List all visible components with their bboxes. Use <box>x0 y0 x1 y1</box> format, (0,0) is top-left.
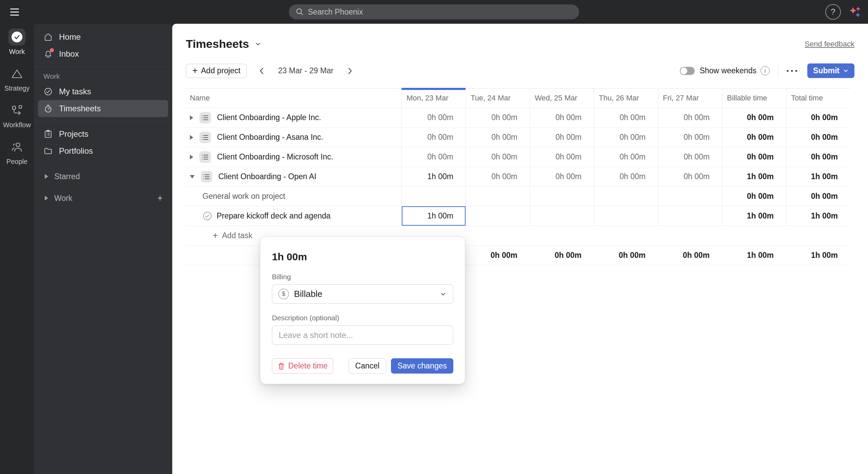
collapse-caret-icon[interactable] <box>190 175 195 178</box>
expand-caret-icon[interactable] <box>190 155 193 159</box>
time-cell-day-2[interactable]: 0h 00m <box>466 128 530 147</box>
row-label[interactable]: Client Onboarding - Apple Inc. <box>217 113 321 122</box>
rail-item-work[interactable]: Work <box>8 29 25 56</box>
help-button[interactable]: ? <box>825 4 841 20</box>
add-workspace-icon[interactable]: + <box>157 193 163 204</box>
column-header-total-time[interactable]: Total time <box>786 89 850 108</box>
previous-week-button[interactable] <box>256 64 268 78</box>
time-cell-day-5[interactable]: 0h 00m <box>658 108 722 127</box>
time-cell-day-5[interactable]: 0h 00m <box>658 167 722 186</box>
time-cell-day-5[interactable]: 0h 00m <box>658 128 722 147</box>
column-header-label: Tue, 24 Mar <box>471 94 511 102</box>
column-header-wed-25-mar[interactable]: Wed, 25 Mar <box>530 89 594 108</box>
trash-icon <box>278 362 285 370</box>
column-header-billable-time[interactable]: Billable time <box>722 89 786 108</box>
sidebar-item-projects[interactable]: Projects <box>34 126 172 143</box>
empty-cell <box>594 226 658 245</box>
time-cell-day-2[interactable]: 0h 00m <box>466 108 530 127</box>
row-label[interactable]: Client Onboarding - Open AI <box>218 172 316 181</box>
row-label[interactable]: Client Onboarding - Microsoft Inc. <box>217 152 333 162</box>
sidebar-item-timesheets[interactable]: Timesheets <box>38 100 168 117</box>
time-cell-day-2[interactable] <box>466 206 530 226</box>
time-cell-day-4[interactable] <box>594 206 658 226</box>
add-project-button[interactable]: + Add project <box>186 64 247 78</box>
hamburger-menu-icon[interactable] <box>10 6 20 18</box>
row-label[interactable]: Client Onboarding - Asana Inc. <box>217 133 323 142</box>
time-cell-day-5[interactable]: 0h 00m <box>658 147 722 167</box>
time-cell-day-3[interactable] <box>530 206 594 226</box>
total-time-cell: 0h 00m <box>786 187 850 206</box>
more-options-button[interactable]: ••• <box>786 67 799 75</box>
sidebar-item-portfolios[interactable]: Portfolios <box>34 143 172 159</box>
send-feedback-link[interactable]: Send feedback <box>805 40 854 49</box>
time-cell-day-5[interactable] <box>658 206 722 226</box>
sidebar-label-projects: Projects <box>59 129 88 139</box>
work-check-icon <box>12 32 22 42</box>
column-header-tue-24-mar[interactable]: Tue, 24 Mar <box>466 89 530 108</box>
column-header-fri-27-mar[interactable]: Fri, 27 Mar <box>658 89 722 108</box>
time-cell-day-1[interactable]: 0h 00m <box>401 128 466 147</box>
total-time-cell: 0h 00m <box>786 147 850 167</box>
sidebar-section-work: Work <box>34 72 172 80</box>
column-header-thu-26-mar[interactable]: Thu, 26 Mar <box>594 89 658 108</box>
ai-sparkles-icon[interactable] <box>848 4 863 19</box>
time-cell-day-1[interactable]: 0h 00m <box>401 147 466 167</box>
time-cell-day-3[interactable]: 0h 00m <box>530 128 594 147</box>
global-search-input[interactable]: Search Phoenix <box>289 4 579 19</box>
rail-item-workflow[interactable]: Workflow <box>3 102 31 129</box>
time-cell-day-1[interactable]: 1h 00m <box>401 167 466 186</box>
column-header-label: Total time <box>791 94 823 102</box>
info-icon[interactable]: i <box>761 66 770 75</box>
save-changes-button[interactable]: Save changes <box>391 358 453 374</box>
time-cell-day-4[interactable]: 0h 00m <box>594 167 658 186</box>
workflow-nodes-icon <box>11 105 23 116</box>
next-week-button[interactable] <box>344 64 356 78</box>
time-cell-day-1[interactable]: 0h 00m <box>401 108 466 127</box>
search-icon <box>296 8 304 16</box>
time-cell-day-4[interactable]: 0h 00m <box>594 128 658 147</box>
submit-button[interactable]: Submit <box>807 63 854 78</box>
time-cell-day-3[interactable]: 0h 00m <box>530 167 594 186</box>
sidebar-item-my-tasks[interactable]: My tasks <box>34 83 172 100</box>
sidebar-item-home[interactable]: Home <box>34 29 172 45</box>
title-chevron-down-icon[interactable] <box>254 40 262 48</box>
time-cell-day-3[interactable]: 0h 00m <box>530 108 594 127</box>
time-cell-day-2[interactable]: 0h 00m <box>466 167 530 186</box>
rail-label-strategy: Strategy <box>4 84 29 92</box>
expand-caret-icon[interactable] <box>190 135 193 140</box>
task-check-icon[interactable] <box>203 211 212 221</box>
time-cell-day-1[interactable]: 1h 00m <box>401 206 466 226</box>
time-cell-day-2[interactable] <box>466 187 530 206</box>
sidebar-group-starred[interactable]: Starred <box>34 168 172 185</box>
delete-time-button[interactable]: Delete time <box>272 358 333 374</box>
sidebar-group-work[interactable]: Work + <box>34 190 172 206</box>
row-label: General work on project <box>202 192 285 201</box>
time-cell-day-4[interactable]: 0h 00m <box>594 147 658 167</box>
time-cell-day-4[interactable] <box>594 187 658 206</box>
time-cell-day-5[interactable] <box>658 187 722 206</box>
time-cell-day-3[interactable]: 0h 00m <box>530 147 594 167</box>
show-weekends-toggle[interactable] <box>680 67 695 75</box>
project-list-icon <box>201 171 212 183</box>
rail-item-people[interactable]: People <box>6 138 27 166</box>
project-list-icon <box>199 132 211 143</box>
column-header-label: Name <box>190 94 210 102</box>
popup-duration: 1h 00m <box>272 251 453 263</box>
rail-item-strategy[interactable]: Strategy <box>4 65 29 92</box>
cancel-button[interactable]: Cancel <box>349 358 387 374</box>
column-header-mon-23-mar[interactable]: Mon, 23 Mar <box>401 89 466 108</box>
time-cell-day-2[interactable]: 0h 00m <box>466 147 530 167</box>
billable-time-cell: 1h 00m <box>722 167 786 186</box>
time-cell-day-3[interactable] <box>530 187 594 206</box>
time-cell-day-1[interactable] <box>401 187 466 206</box>
expand-caret-icon[interactable] <box>190 115 193 120</box>
billing-select[interactable]: $ Billable <box>272 284 453 304</box>
project-row-name: Client Onboarding - Asana Inc. <box>186 128 401 147</box>
table-row-general-work-on-project: General work on project0h 00m0h 00m <box>186 187 850 206</box>
row-label[interactable]: Prepare kickoff deck and agenda <box>217 211 331 221</box>
description-input[interactable] <box>272 325 453 345</box>
sidebar-item-inbox[interactable]: Inbox <box>34 45 172 62</box>
billing-label: Billing <box>272 273 453 281</box>
table-row-client-onboarding-open-ai: Client Onboarding - Open AI1h 00m0h 00m0… <box>186 167 850 187</box>
time-cell-day-4[interactable]: 0h 00m <box>594 108 658 127</box>
